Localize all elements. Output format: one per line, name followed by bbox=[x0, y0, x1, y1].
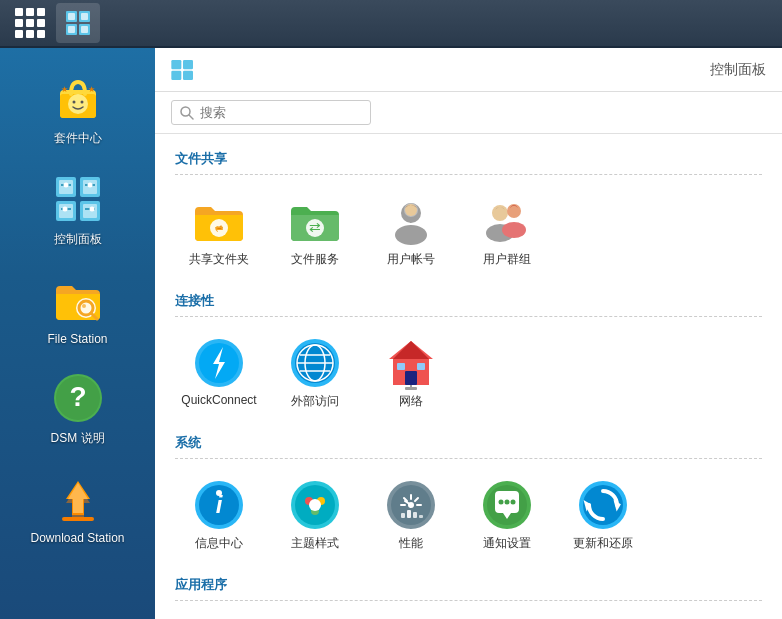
grid-item-index-service[interactable]: 索引服务 bbox=[175, 613, 263, 619]
sidebar-item-control-panel[interactable]: 控制面板 bbox=[0, 159, 155, 260]
svg-point-79 bbox=[216, 490, 222, 496]
theme-style-label: 主题样式 bbox=[291, 535, 339, 552]
svg-text:⇄: ⇄ bbox=[309, 219, 321, 235]
section-system-title: 系统 bbox=[175, 434, 762, 459]
sidebar-item-package-center[interactable]: ★ ★ 套件中心 bbox=[0, 58, 155, 159]
section-applications-grid: 索引服务 bbox=[175, 613, 762, 619]
grid-item-notification[interactable]: 通知设置 bbox=[463, 471, 551, 560]
content-area: 控制面板 文件共享 bbox=[155, 48, 782, 619]
svg-point-102 bbox=[505, 500, 510, 505]
svg-point-59 bbox=[502, 222, 526, 238]
quickconnect-icon bbox=[193, 337, 245, 389]
svg-point-12 bbox=[80, 101, 83, 104]
update-restore-label: 更新和还原 bbox=[573, 535, 633, 552]
external-access-icon bbox=[289, 337, 341, 389]
svg-point-24 bbox=[63, 183, 68, 188]
svg-point-11 bbox=[72, 101, 75, 104]
sidebar-item-file-station[interactable]: File Station bbox=[0, 260, 155, 358]
download-station-icon-wrap bbox=[50, 471, 106, 527]
search-input[interactable] bbox=[200, 105, 360, 120]
grid-item-update-restore[interactable]: 更新和还原 bbox=[559, 471, 647, 560]
search-bar bbox=[155, 92, 782, 134]
theme-style-icon bbox=[289, 479, 341, 531]
svg-point-56 bbox=[492, 205, 508, 221]
section-applications-title: 应用程序 bbox=[175, 576, 762, 601]
section-connectivity-title: 连接性 bbox=[175, 292, 762, 317]
taskbar bbox=[0, 0, 782, 48]
grid-item-user-account[interactable]: 用户帐号 bbox=[367, 187, 455, 276]
grid-item-user-group[interactable]: 用户群组 bbox=[463, 187, 551, 276]
svg-rect-95 bbox=[401, 513, 405, 518]
network-icon bbox=[385, 337, 437, 389]
notification-label: 通知设置 bbox=[483, 535, 531, 552]
dsm-help-icon: ? bbox=[52, 372, 104, 424]
user-group-icon bbox=[481, 195, 533, 247]
user-group-label: 用户群组 bbox=[483, 251, 531, 268]
svg-point-28 bbox=[62, 207, 67, 212]
svg-text:★: ★ bbox=[61, 85, 68, 94]
svg-rect-75 bbox=[405, 387, 417, 390]
download-station-icon bbox=[52, 473, 104, 525]
search-input-wrap[interactable] bbox=[171, 100, 371, 125]
section-file-sharing-title: 文件共享 bbox=[175, 150, 762, 175]
grid-item-theme-style[interactable]: 主题样式 bbox=[271, 471, 359, 560]
svg-rect-4 bbox=[68, 13, 75, 20]
control-panel-taskbar-button[interactable] bbox=[56, 3, 100, 43]
grid-item-file-services[interactable]: ⇄ 文件服务 bbox=[271, 187, 359, 276]
svg-text:⇄: ⇄ bbox=[215, 223, 223, 234]
svg-rect-22 bbox=[83, 204, 97, 218]
performance-icon bbox=[385, 479, 437, 531]
section-connectivity-grid: QuickConnect bbox=[175, 329, 762, 418]
svg-rect-71 bbox=[405, 371, 417, 385]
svg-point-34 bbox=[82, 304, 86, 308]
quickconnect-label: QuickConnect bbox=[181, 393, 256, 407]
svg-rect-43 bbox=[183, 60, 193, 69]
grid-item-quickconnect[interactable]: QuickConnect bbox=[175, 329, 263, 418]
network-label: 网络 bbox=[399, 393, 423, 410]
svg-rect-97 bbox=[413, 512, 417, 518]
sidebar-item-download-station[interactable]: Download Station bbox=[0, 459, 155, 557]
apps-grid-icon bbox=[15, 8, 45, 38]
svg-rect-7 bbox=[81, 26, 88, 33]
svg-rect-5 bbox=[81, 13, 88, 20]
sidebar-item-file-station-label: File Station bbox=[47, 332, 107, 346]
grid-item-info-center[interactable]: i 信息中心 bbox=[175, 471, 263, 560]
grid-item-network[interactable]: 网络 bbox=[367, 329, 455, 418]
svg-rect-73 bbox=[417, 363, 425, 370]
apps-button[interactable] bbox=[8, 3, 52, 43]
control-panel-icon-wrap bbox=[50, 171, 106, 227]
svg-point-55 bbox=[405, 204, 417, 216]
svg-rect-96 bbox=[407, 510, 411, 518]
grid-item-external-access[interactable]: 外部访问 bbox=[271, 329, 359, 418]
grid-item-shared-folder[interactable]: ⇄ 共享文件夹 bbox=[175, 187, 263, 276]
panel-control-icon bbox=[171, 60, 195, 80]
svg-text:★: ★ bbox=[88, 85, 95, 94]
user-account-label: 用户帐号 bbox=[387, 251, 435, 268]
info-center-label: 信息中心 bbox=[195, 535, 243, 552]
info-center-icon: i bbox=[193, 479, 245, 531]
package-center-icon: ★ ★ bbox=[52, 72, 104, 124]
svg-point-103 bbox=[511, 500, 516, 505]
svg-point-101 bbox=[499, 500, 504, 505]
panel-header: 控制面板 bbox=[155, 48, 782, 92]
svg-rect-72 bbox=[397, 363, 405, 370]
performance-label: 性能 bbox=[399, 535, 423, 552]
user-account-icon bbox=[385, 195, 437, 247]
grid-item-performance[interactable]: 性能 bbox=[367, 471, 455, 560]
file-services-icon: ⇄ bbox=[289, 195, 341, 247]
section-file-sharing-grid: ⇄ 共享文件夹 ⇄ bbox=[175, 187, 762, 276]
external-access-label: 外部访问 bbox=[291, 393, 339, 410]
svg-line-47 bbox=[189, 115, 193, 119]
file-station-sidebar-icon bbox=[52, 274, 104, 326]
svg-point-94 bbox=[408, 502, 414, 508]
svg-marker-70 bbox=[393, 341, 429, 359]
svg-point-85 bbox=[309, 499, 321, 511]
dsm-help-icon-wrap: ? bbox=[50, 370, 106, 426]
sidebar-item-dsm-help-label: DSM 说明 bbox=[51, 430, 105, 447]
update-restore-icon bbox=[577, 479, 629, 531]
svg-point-26 bbox=[87, 183, 92, 188]
package-center-icon-wrap: ★ ★ bbox=[50, 70, 106, 126]
svg-marker-40 bbox=[68, 483, 88, 513]
sidebar-item-dsm-help[interactable]: ? DSM 说明 bbox=[0, 358, 155, 459]
file-services-label: 文件服务 bbox=[291, 251, 339, 268]
